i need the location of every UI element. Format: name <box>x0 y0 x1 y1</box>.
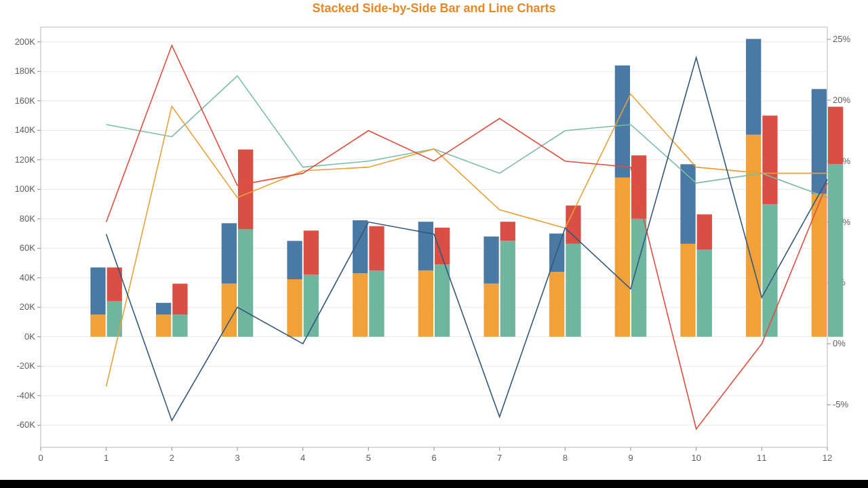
svg-text:9: 9 <box>628 453 633 463</box>
svg-text:160K: 160K <box>15 96 36 106</box>
svg-text:120K: 120K <box>15 155 36 165</box>
bar-b-red <box>697 214 712 249</box>
svg-text:0: 0 <box>38 453 43 463</box>
bar-b-teal <box>435 264 450 337</box>
bar-a-orange <box>549 272 564 337</box>
bar-a-orange <box>287 279 302 337</box>
bar-b-red <box>304 230 319 274</box>
svg-text:40K: 40K <box>20 272 35 283</box>
svg-text:-40K: -40K <box>17 390 36 401</box>
chart-title: Stacked Side-by-Side Bar and Line Charts <box>0 1 868 16</box>
svg-text:200K: 200K <box>15 37 36 47</box>
svg-text:3: 3 <box>235 453 239 463</box>
bar-b-teal <box>566 244 580 337</box>
bar-b-teal <box>107 302 122 337</box>
bar-b-teal <box>697 249 712 336</box>
bar-b-red <box>435 228 450 264</box>
bar-b-teal <box>762 204 777 337</box>
svg-text:5: 5 <box>366 453 371 463</box>
bar-a-orange <box>484 284 498 337</box>
bar-b-red <box>631 155 646 219</box>
bar-b-teal <box>172 314 187 337</box>
svg-text:11: 11 <box>757 453 766 463</box>
svg-text:20%: 20% <box>833 95 850 105</box>
svg-text:0K: 0K <box>24 331 35 342</box>
svg-text:10: 10 <box>691 453 701 463</box>
bar-a-orange <box>746 135 761 337</box>
bar-a-orange <box>156 314 171 337</box>
svg-text:20K: 20K <box>20 302 35 312</box>
bar-a-orange <box>615 178 630 337</box>
bar-a-orange <box>222 284 237 337</box>
svg-text:60K: 60K <box>20 243 35 253</box>
bar-a-navy <box>746 39 761 134</box>
bar-a-navy <box>222 223 237 283</box>
bar-a-navy <box>418 222 433 270</box>
svg-text:25%: 25% <box>833 34 850 44</box>
svg-text:-20K: -20K <box>17 361 36 371</box>
chart-container: -60K-40K-20K0K20K40K60K80K100K120K140K16… <box>7 20 861 468</box>
svg-text:-5%: -5% <box>833 399 849 409</box>
bar-a-navy <box>287 241 302 279</box>
svg-text:140K: 140K <box>15 125 36 135</box>
bottom-black-band <box>0 480 868 488</box>
bar-b-red <box>369 226 384 270</box>
svg-text:12: 12 <box>823 453 832 463</box>
bar-b-red <box>762 116 777 205</box>
bar-a-navy <box>812 89 827 193</box>
line-red <box>106 45 827 429</box>
bar-a-orange <box>418 270 433 337</box>
bar-a-navy <box>156 303 171 314</box>
bar-a-orange <box>353 273 368 337</box>
svg-text:-60K: -60K <box>17 420 36 430</box>
bar-b-teal <box>369 270 384 337</box>
bar-b-teal <box>238 229 253 337</box>
svg-text:80K: 80K <box>20 214 35 224</box>
svg-text:2: 2 <box>170 453 174 463</box>
bar-b-teal <box>828 164 843 337</box>
svg-text:1: 1 <box>104 453 108 463</box>
bar-b-red <box>828 106 843 164</box>
chart-svg: -60K-40K-20K0K20K40K60K80K100K120K140K16… <box>7 20 861 468</box>
svg-text:8: 8 <box>563 453 568 463</box>
bar-b-teal <box>500 241 515 336</box>
bar-b-red <box>500 222 515 241</box>
bar-b-red <box>238 150 253 229</box>
svg-text:100K: 100K <box>15 184 36 194</box>
bar-a-orange <box>680 244 695 337</box>
svg-text:180K: 180K <box>15 66 36 76</box>
bar-a-orange <box>90 314 105 337</box>
svg-text:7: 7 <box>497 453 502 463</box>
bar-a-navy <box>484 237 498 284</box>
svg-text:0%: 0% <box>833 338 846 348</box>
bar-b-red <box>172 284 187 315</box>
svg-text:6: 6 <box>431 453 436 463</box>
line-orange <box>106 94 827 386</box>
bar-a-navy <box>90 268 105 315</box>
svg-text:4: 4 <box>300 453 305 463</box>
